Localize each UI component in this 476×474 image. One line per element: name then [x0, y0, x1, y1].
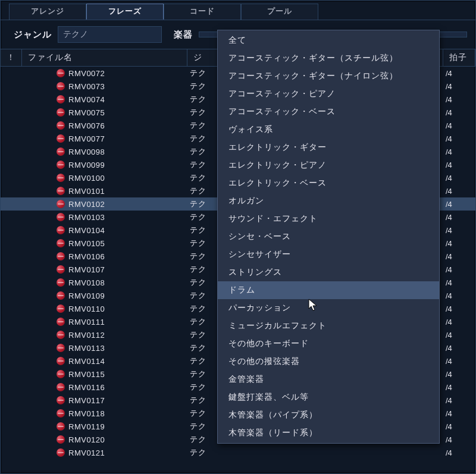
genre-field[interactable]: テクノ — [58, 26, 162, 43]
cell-filename: RMV0120 — [22, 435, 187, 444]
instrument-label: 楽器 — [174, 29, 193, 40]
cell-filename: RMV0114 — [22, 357, 187, 366]
tab-0[interactable]: アレンジ — [9, 4, 86, 20]
filename-label: RMV0117 — [68, 396, 105, 405]
audio-file-icon — [57, 134, 65, 143]
dropdown-item[interactable]: 木管楽器（パイプ系） — [218, 406, 439, 424]
dropdown-item[interactable]: シンセサイザー — [218, 246, 439, 263]
dropdown-item[interactable]: エレクトリック・ギター — [218, 139, 439, 156]
cell-filename: RMV0118 — [22, 409, 187, 418]
cell-beat: /4 — [443, 200, 475, 209]
filename-label: RMV0109 — [68, 291, 105, 300]
cell-beat: /4 — [443, 69, 475, 78]
filename-label: RMV0076 — [68, 121, 105, 130]
cell-filename: RMV0072 — [22, 69, 187, 78]
cell-filename: RMV0073 — [22, 82, 187, 91]
dropdown-item[interactable]: 木管楽器（リード系） — [218, 424, 439, 442]
cell-beat: /4 — [443, 435, 475, 444]
cell-beat: /4 — [443, 422, 475, 431]
cell-beat: /4 — [443, 95, 475, 104]
cell-beat: /4 — [443, 278, 475, 287]
view-tabs: アレンジフレーズコードプール — [1, 1, 475, 20]
filename-label: RMV0107 — [68, 265, 105, 274]
cell-filename: RMV0076 — [22, 121, 187, 130]
filename-label: RMV0073 — [68, 82, 105, 91]
dropdown-item[interactable]: エレクトリック・ベース — [218, 174, 439, 192]
dropdown-item[interactable]: サウンド・エフェクト — [218, 210, 439, 228]
cell-filename: RMV0075 — [22, 108, 187, 117]
col-header-flag[interactable]: ！ — [1, 49, 22, 66]
cell-filename: RMV0112 — [22, 331, 187, 340]
audio-file-icon — [57, 344, 65, 352]
audio-file-icon — [57, 239, 65, 247]
audio-file-icon — [57, 174, 65, 182]
filename-label: RMV0100 — [68, 174, 105, 183]
col-header-beat[interactable]: 拍子 — [443, 49, 475, 66]
filename-label: RMV0099 — [68, 161, 105, 169]
filename-label: RMV0121 — [68, 448, 105, 457]
cell-beat: /4 — [443, 265, 475, 274]
dropdown-item[interactable]: 金管楽器 — [218, 371, 439, 388]
cell-filename: RMV0077 — [22, 134, 187, 143]
audio-file-icon — [57, 108, 65, 117]
audio-file-icon — [57, 331, 65, 339]
cell-filename: RMV0115 — [22, 370, 187, 379]
audio-file-icon — [57, 252, 65, 260]
audio-file-icon — [57, 200, 65, 208]
cell-filename: RMV0113 — [22, 344, 187, 353]
dropdown-item[interactable]: アコースティック・ベース — [218, 103, 439, 121]
cell-beat: /4 — [443, 291, 475, 300]
audio-file-icon — [57, 291, 65, 300]
cell-beat: /4 — [443, 174, 475, 183]
dropdown-item[interactable]: アコースティック・ギター（ナイロン弦） — [218, 67, 439, 85]
filename-label: RMV0101 — [68, 187, 105, 196]
cell-beat: /4 — [443, 448, 475, 457]
instrument-dropdown[interactable]: 全てアコースティック・ギター（スチール弦）アコースティック・ギター（ナイロン弦）… — [217, 30, 440, 444]
cell-filename: RMV0103 — [22, 213, 187, 222]
cell-beat: /4 — [443, 383, 475, 392]
tab-1[interactable]: フレーズ — [86, 4, 164, 20]
cell-beat: /4 — [443, 161, 475, 169]
dropdown-item[interactable]: その他のキーボード — [218, 335, 439, 353]
audio-file-icon — [57, 435, 65, 444]
cell-beat: /4 — [443, 396, 475, 405]
dropdown-item[interactable]: アコースティック・ギター（スチール弦） — [218, 49, 439, 67]
cell-filename: RMV0119 — [22, 422, 187, 431]
dropdown-item[interactable]: オルガン — [218, 192, 439, 210]
dropdown-item[interactable]: ヴォイス系 — [218, 121, 439, 139]
col-header-filename[interactable]: ファイル名 — [22, 49, 187, 66]
tab-2[interactable]: コード — [164, 4, 241, 20]
dropdown-item[interactable]: ドラム — [218, 281, 439, 299]
dropdown-item[interactable]: パーカッション — [218, 299, 439, 317]
dropdown-item[interactable]: ミュージカルエフェクト — [218, 317, 439, 335]
audio-file-icon — [57, 357, 65, 365]
cell-beat: /4 — [443, 252, 475, 261]
tab-3[interactable]: プール — [241, 4, 318, 20]
filename-label: RMV0098 — [68, 147, 105, 156]
dropdown-item[interactable]: アコースティック・ピアノ — [218, 85, 439, 103]
cell-beat: /4 — [443, 134, 475, 143]
cell-genre: テク — [187, 447, 443, 458]
filename-label: RMV0102 — [68, 200, 105, 209]
filename-label: RMV0110 — [68, 305, 105, 313]
cell-beat: /4 — [443, 357, 475, 366]
dropdown-item[interactable]: 鍵盤打楽器、ベル等 — [218, 388, 439, 406]
cell-beat: /4 — [443, 370, 475, 379]
table-row[interactable]: RMV0121テク/4 — [1, 446, 475, 459]
dropdown-item[interactable]: ストリングス — [218, 263, 439, 281]
cell-beat: /4 — [443, 409, 475, 418]
audio-file-icon — [57, 278, 65, 287]
audio-file-icon — [57, 121, 65, 130]
cell-filename: RMV0074 — [22, 95, 187, 104]
filename-label: RMV0118 — [68, 409, 105, 418]
cell-filename: RMV0100 — [22, 174, 187, 183]
dropdown-item[interactable]: エレクトリック・ピアノ — [218, 156, 439, 174]
filename-label: RMV0108 — [68, 278, 105, 287]
filename-label: RMV0114 — [68, 357, 105, 366]
cell-beat: /4 — [443, 108, 475, 117]
genre-label: ジャンル — [14, 29, 52, 40]
dropdown-item[interactable]: 全て — [218, 32, 439, 49]
filename-label: RMV0112 — [68, 331, 105, 340]
dropdown-item[interactable]: シンセ・ベース — [218, 228, 439, 246]
dropdown-item[interactable]: その他の撥弦楽器 — [218, 353, 439, 371]
